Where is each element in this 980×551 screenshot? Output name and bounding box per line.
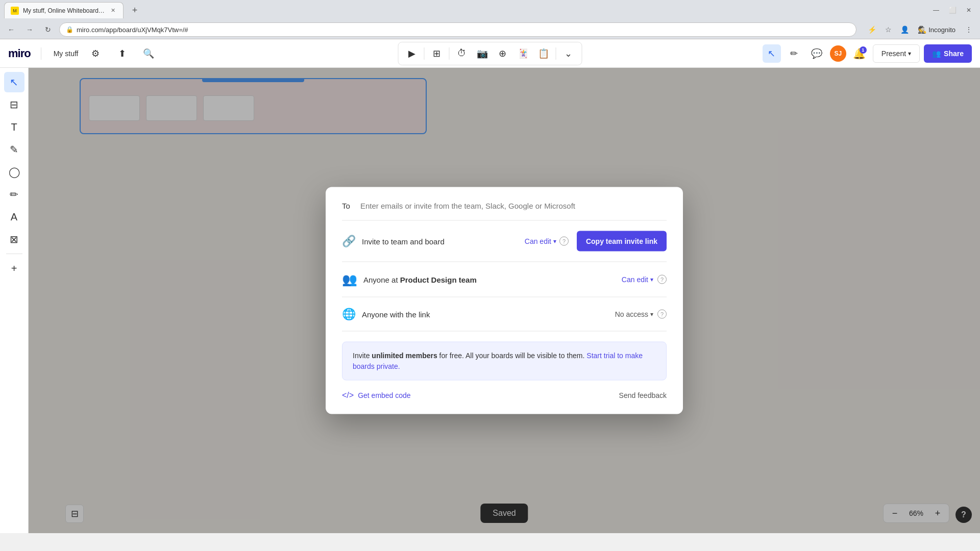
notifications-button[interactable]: 🔔 1 bbox=[850, 44, 869, 63]
settings-button[interactable]: ⚙ bbox=[86, 44, 105, 63]
extensions-btn[interactable]: ⚡ bbox=[865, 22, 879, 37]
share-button[interactable]: 👥 Share bbox=[924, 44, 972, 63]
invite-banner: Invite unlimited members for free. All y… bbox=[342, 342, 667, 381]
chat-btn[interactable]: 💬 bbox=[807, 44, 826, 63]
toolbar-capture-btn[interactable]: 📷 bbox=[473, 44, 492, 63]
active-tab[interactable]: M My stuff, Online Whiteboard for... ✕ bbox=[4, 2, 124, 18]
refresh-button[interactable]: ↻ bbox=[41, 22, 55, 37]
header-right: ↖ ✏ 💬 SJ 🔔 1 Present ▾ 👥 Share bbox=[763, 44, 972, 63]
sidebar-add-tool[interactable]: + bbox=[4, 258, 24, 279]
invite-permission-label: Can edit bbox=[525, 237, 551, 245]
link-icon: 🔗 bbox=[342, 235, 356, 248]
sidebar-media-tool[interactable]: ⊠ bbox=[4, 229, 24, 249]
board-title[interactable]: My stuff bbox=[54, 49, 79, 58]
main-area: ↖ ⊟ T ✎ ◯ ✏ A ⊠ + T bbox=[0, 68, 980, 533]
forward-button[interactable]: → bbox=[22, 22, 37, 37]
left-sidebar: ↖ ⊟ T ✎ ◯ ✏ A ⊠ + bbox=[0, 68, 29, 533]
toolbar-sep-2 bbox=[449, 47, 450, 60]
toolbar-expand-btn[interactable]: ▶ bbox=[403, 44, 421, 63]
globe-icon: 🌐 bbox=[342, 308, 356, 321]
sidebar-shapes-tool[interactable]: ◯ bbox=[4, 162, 24, 182]
upload-button[interactable]: ⬆ bbox=[113, 44, 131, 63]
toolbar-table-btn[interactable]: 🃏 bbox=[514, 44, 532, 63]
url-text: miro.com/app/board/uXjVMqk7Vtw=/# bbox=[77, 26, 188, 34]
invite-permission-chevron: ▾ bbox=[553, 238, 556, 245]
toolbar-more-btn[interactable]: ⌄ bbox=[559, 44, 578, 63]
link-info-icon[interactable]: ? bbox=[657, 310, 667, 319]
sidebar-pen-tool[interactable]: ✏ bbox=[4, 184, 24, 205]
invite-permission-dropdown[interactable]: Can edit ▾ bbox=[525, 237, 556, 245]
team-name: Product Design team bbox=[400, 275, 477, 284]
select-tool-btn[interactable]: ↖ bbox=[763, 44, 781, 63]
team-text: Anyone at Product Design team bbox=[363, 275, 622, 284]
embed-label: Get embed code bbox=[358, 391, 411, 399]
toolbar-sep-1 bbox=[424, 47, 425, 60]
close-btn[interactable]: ✕ bbox=[962, 3, 976, 17]
browser-chrome: M My stuff, Online Whiteboard for... ✕ +… bbox=[0, 0, 980, 39]
incognito-label: 🕵 Incognito bbox=[914, 26, 960, 34]
notification-badge: 1 bbox=[860, 46, 867, 54]
menu-btn[interactable]: ⋮ bbox=[962, 22, 976, 37]
miro-header: miro My stuff ⚙ ⬆ 🔍 ▶ ⊞ ⏱ 📷 ⊕ 🃏 📋 ⌄ ↖ ✏ … bbox=[0, 39, 980, 68]
team-info-icon[interactable]: ? bbox=[657, 275, 667, 284]
share-modal: To 🔗 Invite to team and board Can edit ▾… bbox=[326, 187, 683, 414]
maximize-btn[interactable]: ⬜ bbox=[945, 3, 960, 17]
toolbar-notes-btn[interactable]: 📋 bbox=[534, 44, 553, 63]
invite-info-icon[interactable]: ? bbox=[559, 237, 569, 246]
toolbar-frames-btn[interactable]: ⊞ bbox=[428, 44, 446, 63]
embed-code-icon: </> bbox=[342, 391, 354, 400]
canvas-area[interactable]: To 🔗 Invite to team and board Can edit ▾… bbox=[29, 68, 980, 533]
sidebar-select-tool[interactable]: ↖ bbox=[4, 72, 24, 92]
toolbar-center: ▶ ⊞ ⏱ 📷 ⊕ 🃏 📋 ⌄ bbox=[398, 42, 582, 65]
invite-text: Invite to team and board bbox=[362, 237, 525, 245]
team-icon: 👥 bbox=[342, 272, 357, 287]
link-row: 🌐 Anyone with the link No access ▾ ? bbox=[342, 308, 667, 332]
address-bar: ← → ↻ 🔒 miro.com/app/board/uXjVMqk7Vtw=/… bbox=[0, 20, 980, 39]
comment-tool-btn[interactable]: ✏ bbox=[785, 44, 803, 63]
tab-title: My stuff, Online Whiteboard for... bbox=[23, 7, 105, 14]
user-avatar: SJ bbox=[830, 45, 846, 62]
modal-footer: </> Get embed code Send feedback bbox=[342, 391, 667, 400]
header-separator bbox=[41, 47, 41, 60]
to-input[interactable] bbox=[360, 202, 667, 210]
profile-btn[interactable]: 👤 bbox=[897, 22, 912, 37]
present-chevron: ▾ bbox=[908, 50, 911, 57]
bookmark-btn[interactable]: ☆ bbox=[881, 22, 895, 37]
get-embed-code-link[interactable]: </> Get embed code bbox=[342, 391, 411, 400]
sidebar-frames-tool[interactable]: ⊟ bbox=[4, 94, 24, 115]
link-permission-dropdown[interactable]: No access ▾ bbox=[615, 310, 653, 318]
search-button[interactable]: 🔍 bbox=[139, 44, 158, 63]
to-label: To bbox=[342, 202, 354, 210]
tab-favicon: M bbox=[11, 7, 19, 15]
new-tab-button[interactable]: + bbox=[128, 3, 142, 17]
toolbar-sep-3 bbox=[556, 47, 556, 60]
sidebar-sticky-tool[interactable]: ✎ bbox=[4, 139, 24, 160]
link-permission-chevron: ▾ bbox=[650, 311, 653, 318]
team-permission-chevron: ▾ bbox=[650, 276, 653, 283]
browser-window-controls: — ⬜ ✕ bbox=[929, 3, 976, 17]
toolbar-cursor-btn[interactable]: ⊕ bbox=[494, 44, 512, 63]
copy-team-invite-link-button[interactable]: Copy team invite link bbox=[577, 231, 667, 252]
back-button[interactable]: ← bbox=[4, 22, 18, 37]
banner-text-before: Invite bbox=[353, 352, 372, 360]
url-bar[interactable]: 🔒 miro.com/app/board/uXjVMqk7Vtw=/# bbox=[59, 22, 856, 37]
sidebar-text-tool[interactable]: T bbox=[4, 117, 24, 137]
sidebar-separator bbox=[6, 254, 22, 254]
miro-logo: miro bbox=[8, 47, 31, 60]
lock-icon: 🔒 bbox=[66, 26, 74, 33]
toolbar-timer-btn[interactable]: ⏱ bbox=[453, 44, 471, 63]
browser-titlebar: M My stuff, Online Whiteboard for... ✕ +… bbox=[0, 0, 980, 20]
link-text: Anyone with the link bbox=[362, 310, 615, 318]
present-button[interactable]: Present ▾ bbox=[873, 44, 920, 63]
to-row: To bbox=[342, 202, 667, 221]
invite-row: 🔗 Invite to team and board Can edit ▾ ? … bbox=[342, 231, 667, 262]
link-permission-label: No access bbox=[615, 310, 648, 318]
minimize-btn[interactable]: — bbox=[929, 3, 943, 17]
team-permission-label: Can edit bbox=[622, 276, 648, 284]
send-feedback-link[interactable]: Send feedback bbox=[619, 391, 667, 399]
team-permission-dropdown[interactable]: Can edit ▾ bbox=[622, 276, 653, 284]
banner-highlight: unlimited members bbox=[372, 352, 437, 360]
banner-text-after: for free. All your boards will be visibl… bbox=[437, 352, 587, 360]
tab-close-btn[interactable]: ✕ bbox=[109, 7, 117, 15]
sidebar-text2-tool[interactable]: A bbox=[4, 207, 24, 227]
